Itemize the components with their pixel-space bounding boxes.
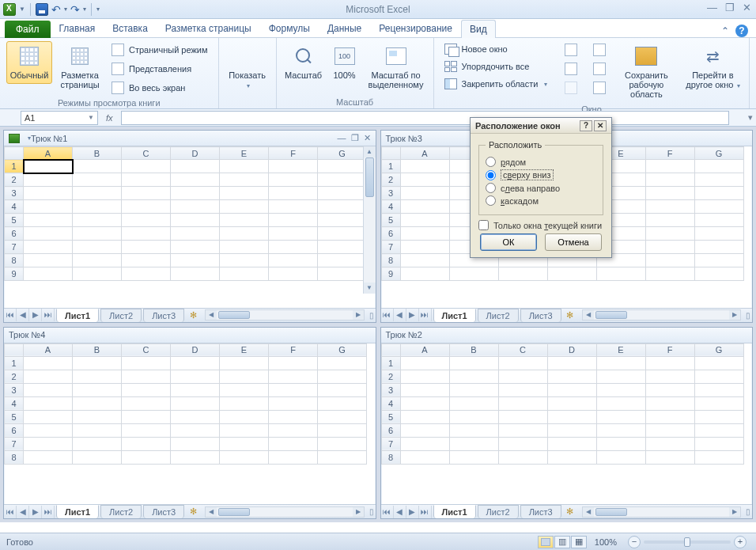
reset-pos-button[interactable] [589, 79, 610, 97]
cell[interactable] [645, 173, 694, 187]
scroll-right-icon[interactable]: ▶ [353, 507, 364, 517]
cell[interactable] [318, 356, 367, 370]
cell[interactable] [122, 383, 171, 396]
zoom-100-button[interactable]: 100 100% [329, 41, 361, 84]
cell[interactable] [220, 173, 269, 187]
help-icon[interactable]: ? [735, 25, 748, 37]
cell[interactable] [269, 396, 318, 410]
col-header[interactable]: G [694, 343, 743, 356]
cell[interactable] [269, 200, 318, 214]
col-header[interactable]: F [645, 147, 694, 160]
row-header[interactable]: 5 [381, 410, 400, 423]
horizontal-scrollbar[interactable]: ◀▶ [205, 309, 364, 321]
cell[interactable] [24, 423, 73, 437]
cell[interactable] [694, 423, 743, 437]
row-header[interactable]: 9 [5, 267, 24, 281]
cell[interactable] [220, 410, 269, 423]
cell[interactable] [645, 227, 694, 241]
tab-nav-prev[interactable]: ◀ [17, 309, 29, 321]
new-window-button[interactable]: Новое окно [440, 41, 552, 57]
cell[interactable] [73, 267, 122, 281]
cell[interactable] [400, 450, 449, 464]
cell[interactable] [318, 383, 367, 396]
scroll-left-icon[interactable]: ◀ [583, 507, 594, 517]
sync-scroll-button[interactable] [589, 60, 610, 78]
tab-nav-next[interactable]: ▶ [29, 309, 42, 321]
col-header[interactable]: E [220, 343, 269, 356]
cell[interactable] [122, 437, 171, 450]
col-header[interactable]: E [596, 343, 645, 356]
cell[interactable] [645, 370, 694, 383]
cell[interactable] [269, 267, 318, 281]
scroll-thumb[interactable] [595, 508, 627, 516]
col-header[interactable]: B [73, 147, 122, 160]
zoom-out-button[interactable]: − [628, 536, 641, 548]
tab-nav-prev[interactable]: ◀ [394, 309, 406, 321]
cell[interactable] [269, 410, 318, 423]
cell[interactable] [400, 160, 449, 173]
col-header[interactable]: A [24, 343, 73, 356]
col-header[interactable]: G [318, 343, 367, 356]
cell[interactable] [269, 370, 318, 383]
row-header[interactable]: 8 [5, 450, 24, 464]
cell[interactable] [547, 423, 596, 437]
arrange-radio-horizontal[interactable] [486, 170, 496, 180]
row-header[interactable]: 8 [381, 450, 400, 464]
cell[interactable] [73, 423, 122, 437]
cell[interactable] [171, 254, 220, 267]
new-sheet-button[interactable]: ✻ [561, 310, 579, 321]
zoom-in-button[interactable]: + [734, 536, 747, 548]
cell[interactable] [220, 200, 269, 214]
cell[interactable] [73, 370, 122, 383]
cell[interactable] [220, 396, 269, 410]
cell[interactable] [400, 241, 449, 254]
cell[interactable] [220, 437, 269, 450]
cell[interactable] [73, 396, 122, 410]
arrange-radio-cascade[interactable] [486, 195, 496, 206]
hide-button[interactable] [561, 60, 581, 78]
row-header[interactable]: 3 [5, 383, 24, 396]
scroll-thumb[interactable] [218, 508, 250, 516]
tab-nav-next[interactable]: ▶ [29, 506, 42, 518]
tab-nav-first[interactable]: ⏮ [4, 506, 17, 518]
tab-nav-last[interactable]: ⏭ [42, 506, 55, 518]
cell[interactable] [73, 383, 122, 396]
wb-min-button[interactable]: — [338, 133, 346, 143]
cell[interactable] [73, 356, 122, 370]
cell[interactable] [400, 423, 449, 437]
cell[interactable] [171, 160, 220, 173]
sheet-tab[interactable]: Лист1 [56, 505, 99, 518]
row-header[interactable]: 2 [381, 173, 400, 187]
new-sheet-button[interactable]: ✻ [184, 506, 202, 517]
cell[interactable] [547, 267, 596, 281]
split-box-icon[interactable]: ▯ [369, 311, 374, 320]
row-header[interactable]: 5 [5, 410, 24, 423]
cell[interactable] [449, 267, 498, 281]
cell[interactable] [171, 450, 220, 464]
row-header[interactable]: 6 [5, 423, 24, 437]
cell[interactable] [449, 396, 498, 410]
cell[interactable] [318, 214, 367, 227]
cell[interactable] [400, 187, 449, 200]
cell[interactable] [269, 450, 318, 464]
cell[interactable] [645, 267, 694, 281]
split-box-icon[interactable]: ▯ [746, 507, 750, 516]
cell[interactable] [645, 396, 694, 410]
tab-nav-next[interactable]: ▶ [406, 506, 419, 518]
cell[interactable] [498, 383, 547, 396]
cell[interactable] [171, 200, 220, 214]
arrange-radio-tiled[interactable] [486, 157, 496, 167]
restore-button[interactable]: ❐ [725, 2, 735, 13]
row-header[interactable]: 7 [381, 437, 400, 450]
excel-menu-drop[interactable]: ▼ [19, 6, 25, 13]
cell[interactable] [24, 173, 73, 187]
cell[interactable] [171, 383, 220, 396]
cell[interactable] [73, 200, 122, 214]
excel-icon[interactable] [3, 3, 16, 16]
col-header[interactable]: F [269, 147, 318, 160]
cell[interactable] [498, 410, 547, 423]
statusbar-view-normal[interactable] [538, 536, 554, 548]
sheet-tab[interactable]: Лист1 [433, 505, 476, 518]
scroll-right-icon[interactable]: ▶ [729, 507, 740, 517]
arrange-option-vertical[interactable]: слева направо [486, 183, 596, 193]
